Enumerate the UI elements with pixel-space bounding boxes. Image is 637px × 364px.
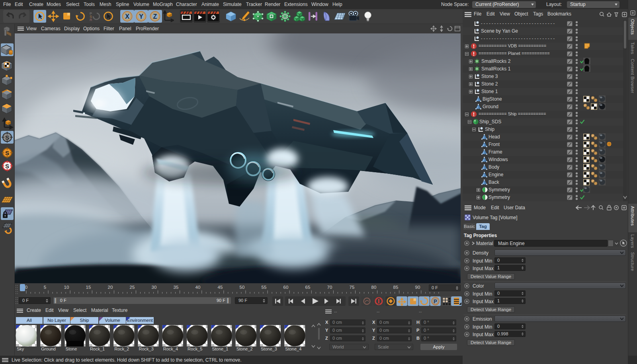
- svg-text:55: 55: [262, 285, 267, 290]
- svg-text:80: 80: [371, 285, 377, 290]
- svg-text:R: R: [90, 18, 92, 22]
- svg-text:65: 65: [305, 285, 311, 290]
- svg-text:85: 85: [393, 285, 399, 290]
- svg-text:70: 70: [327, 285, 332, 290]
- svg-text:15: 15: [86, 285, 91, 290]
- svg-text:60: 60: [283, 285, 289, 290]
- svg-text:S: S: [5, 150, 9, 156]
- svg-text:20: 20: [108, 285, 113, 290]
- svg-text:P: P: [434, 299, 437, 304]
- svg-text:10: 10: [64, 285, 69, 290]
- svg-text:5: 5: [44, 285, 46, 290]
- svg-text:30: 30: [152, 285, 157, 290]
- svg-text:S: S: [5, 134, 9, 141]
- svg-text:25: 25: [130, 285, 135, 290]
- svg-text:40: 40: [195, 285, 201, 290]
- svg-text:Z: Z: [153, 13, 157, 20]
- svg-text:35: 35: [174, 285, 179, 290]
- svg-text:90: 90: [415, 285, 420, 290]
- svg-text:0: 0: [25, 285, 27, 290]
- svg-text:S: S: [5, 163, 9, 169]
- svg-text:75: 75: [350, 285, 355, 290]
- svg-text:50: 50: [240, 285, 245, 290]
- svg-text:X: X: [125, 13, 129, 20]
- svg-text:Y: Y: [139, 13, 143, 20]
- svg-text:45: 45: [218, 285, 223, 290]
